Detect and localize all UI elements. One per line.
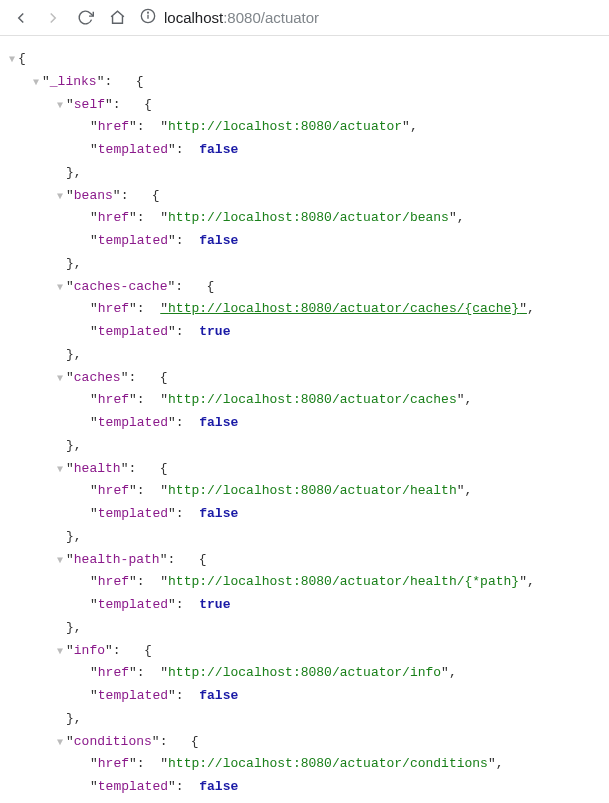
json-prop-href: "href": "http://localhost:8080/actuator/… xyxy=(6,389,603,412)
json-key-self: ▼"self": { xyxy=(6,94,603,117)
json-prop-templated: "templated": false xyxy=(6,776,603,799)
json-string-value: "http://localhost:8080/actuator/health/{… xyxy=(160,574,527,589)
json-prop-href: "href": "http://localhost:8080/actuator/… xyxy=(6,753,603,776)
browser-toolbar: localhost:8080/actuator xyxy=(0,0,609,36)
toggle-icon[interactable]: ▼ xyxy=(54,734,66,752)
json-string-value: "http://localhost:8080/actuator/caches" xyxy=(160,392,464,407)
json-string-value: "http://localhost:8080/actuator/beans" xyxy=(160,210,456,225)
json-prop-href: "href": "http://localhost:8080/actuator/… xyxy=(6,207,603,230)
json-bool-value: true xyxy=(199,324,230,339)
json-key-conditions: ▼"conditions": { xyxy=(6,731,603,754)
home-icon[interactable] xyxy=(108,9,126,27)
toggle-icon[interactable]: ▼ xyxy=(54,97,66,115)
json-prop-href: "href": "http://localhost:8080/actuator"… xyxy=(6,116,603,139)
json-key-health-path: ▼"health-path": { xyxy=(6,549,603,572)
json-prop-templated: "templated": false xyxy=(6,412,603,435)
json-string-value: "http://localhost:8080/actuator/conditio… xyxy=(160,756,495,771)
json-key-caches: ▼"caches": { xyxy=(6,367,603,390)
json-object-close: }, xyxy=(6,435,603,458)
json-object-close: }, xyxy=(6,799,603,803)
json-prop-href: "href": "http://localhost:8080/actuator/… xyxy=(6,662,603,685)
json-object-close: }, xyxy=(6,253,603,276)
json-key-beans: ▼"beans": { xyxy=(6,185,603,208)
toggle-icon[interactable]: ▼ xyxy=(54,552,66,570)
json-object-close: }, xyxy=(6,344,603,367)
json-object-open: ▼{ xyxy=(6,48,603,71)
json-bool-value: false xyxy=(199,415,238,430)
toggle-icon[interactable]: ▼ xyxy=(54,643,66,661)
json-bool-value: false xyxy=(199,688,238,703)
json-string-value: "http://localhost:8080/actuator" xyxy=(160,119,410,134)
json-string-value: "http://localhost:8080/actuator/health" xyxy=(160,483,464,498)
svg-point-2 xyxy=(148,12,149,13)
json-object-close: }, xyxy=(6,708,603,731)
json-prop-href: "href": "http://localhost:8080/actuator/… xyxy=(6,571,603,594)
toggle-icon[interactable]: ▼ xyxy=(54,279,66,297)
json-object-close: }, xyxy=(6,162,603,185)
json-bool-value: false xyxy=(199,506,238,521)
json-string-value[interactable]: "http://localhost:8080/actuator/caches/{… xyxy=(160,301,527,316)
json-key-health: ▼"health": { xyxy=(6,458,603,481)
json-prop-href: "href": "http://localhost:8080/actuator/… xyxy=(6,298,603,321)
back-icon[interactable] xyxy=(12,9,30,27)
json-prop-templated: "templated": false xyxy=(6,139,603,162)
json-string-value: "http://localhost:8080/actuator/info" xyxy=(160,665,449,680)
url-text: localhost:8080/actuator xyxy=(164,9,319,26)
json-key-caches-cache: ▼"caches-cache": { xyxy=(6,276,603,299)
toggle-icon[interactable]: ▼ xyxy=(54,461,66,479)
address-bar[interactable]: localhost:8080/actuator xyxy=(140,8,597,27)
json-key-links: ▼"_links": { xyxy=(6,71,603,94)
reload-icon[interactable] xyxy=(76,9,94,27)
toggle-icon[interactable]: ▼ xyxy=(6,51,18,69)
forward-icon[interactable] xyxy=(44,9,62,27)
json-key-info: ▼"info": { xyxy=(6,640,603,663)
json-bool-value: false xyxy=(199,233,238,248)
json-bool-value: true xyxy=(199,597,230,612)
toggle-icon[interactable]: ▼ xyxy=(54,370,66,388)
json-prop-templated: "templated": true xyxy=(6,321,603,344)
json-object-close: }, xyxy=(6,526,603,549)
json-bool-value: false xyxy=(199,779,238,794)
toggle-icon[interactable]: ▼ xyxy=(30,74,42,92)
json-prop-templated: "templated": true xyxy=(6,594,603,617)
info-icon xyxy=(140,8,156,27)
json-prop-href: "href": "http://localhost:8080/actuator/… xyxy=(6,480,603,503)
json-prop-templated: "templated": false xyxy=(6,685,603,708)
json-prop-templated: "templated": false xyxy=(6,230,603,253)
toggle-icon[interactable]: ▼ xyxy=(54,188,66,206)
json-bool-value: false xyxy=(199,142,238,157)
json-prop-templated: "templated": false xyxy=(6,503,603,526)
json-object-close: }, xyxy=(6,617,603,640)
json-viewer: ▼{▼"_links": {▼"self": {"href": "http://… xyxy=(0,36,609,803)
